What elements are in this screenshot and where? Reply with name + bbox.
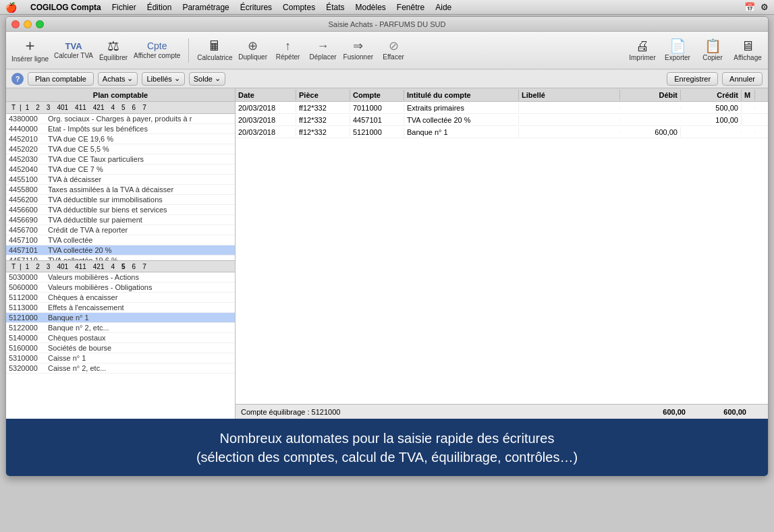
plan-row[interactable]: 4456600TVA déductible sur biens et servi… (6, 205, 235, 215)
menu-parametrage[interactable]: Paramétrage (182, 3, 229, 12)
plan-row[interactable]: 5060000Valeurs mobilières - Obligations (6, 283, 235, 293)
table-row[interactable]: 20/03/2018 ff12*332 5121000 Banque n° 1 … (236, 126, 768, 138)
window-controls (11, 20, 44, 28)
tab-401[interactable]: 401 (54, 104, 71, 111)
tab-bottom-421[interactable]: 421 (90, 263, 107, 270)
plan-row[interactable]: 5140000Chèques postaux (6, 333, 235, 343)
libelles-dropdown[interactable]: Libellés ⌄ (142, 72, 184, 86)
calculatrice-button[interactable]: 🖩 Calculatrice (197, 39, 232, 61)
help-button[interactable]: ? (11, 73, 24, 85)
plan-name: Etat - Impôts sur les bénéfices (48, 125, 148, 133)
enregistrer-button[interactable]: Enregistrer (667, 72, 718, 86)
fusionner-button[interactable]: ⇒ Fusionner (343, 40, 373, 61)
solde-dropdown[interactable]: Solde ⌄ (189, 72, 225, 86)
plan-row[interactable]: 4380000Org. sociaux - Charges à payer, p… (6, 114, 235, 124)
plan-row[interactable]: 4452040TVA due CE 7 % (6, 165, 235, 175)
menu-aide[interactable]: Aide (435, 3, 451, 12)
achats-dropdown[interactable]: Achats ⌄ (98, 72, 138, 86)
menu-fenetre[interactable]: Fenêtre (397, 3, 424, 12)
exporter-button[interactable]: 📄 Exporter (663, 39, 692, 61)
plan-row[interactable]: 5113000Effets à l'encaissement (6, 303, 235, 313)
plan-row[interactable]: 4452020TVA due CE 5,5 % (6, 144, 235, 154)
plan-row[interactable]: 5112000Chèques à encaisser (6, 293, 235, 303)
tab-bottom-1[interactable]: 1 (23, 263, 32, 270)
plan-row[interactable]: 4457110TVA collectée 19,6 % (6, 256, 235, 260)
tab-bottom-7[interactable]: 7 (140, 263, 149, 270)
plan-row[interactable]: 4455800Taxes assimilées à la TVA à décai… (6, 185, 235, 195)
menu-edition[interactable]: Édition (147, 3, 172, 12)
tab-411[interactable]: 411 (72, 104, 89, 111)
plan-row[interactable]: 4455100TVA à décaisser (6, 175, 235, 185)
minimize-button[interactable] (24, 20, 32, 28)
plan-list-top: 4380000Org. sociaux - Charges à payer, p… (6, 114, 235, 260)
tab-bottom-2[interactable]: 2 (33, 263, 43, 270)
plan-row[interactable]: 4452010TVA due CE 19,6 % (6, 134, 235, 144)
menu-fichier[interactable]: Fichier (112, 3, 136, 12)
menu-etats[interactable]: États (326, 3, 344, 12)
plan-row[interactable]: 4452030TVA due CE Taux particuliers (6, 154, 235, 165)
tab-bottom-411[interactable]: 411 (72, 263, 89, 270)
plan-comptable-button[interactable]: Plan comptable (28, 72, 94, 86)
plan-row[interactable]: 5310000Caisse n° 1 (6, 353, 235, 363)
affichage-button[interactable]: 🖥 Affichage (733, 39, 763, 61)
cell-m (742, 119, 755, 121)
plan-row[interactable]: 4456690TVA déductible sur paiement (6, 215, 235, 225)
menu-comptes[interactable]: Comptes (283, 3, 315, 12)
tab-bottom-401[interactable]: 401 (54, 263, 71, 270)
plan-row[interactable]: 5030000Valeurs mobilières - Actions (6, 272, 235, 283)
repeter-icon: ↑ (285, 40, 291, 52)
equilibrer-button[interactable]: ⚖ Équilibrer (99, 39, 128, 61)
calculer-tva-button[interactable]: TVA Calculer TVA (54, 42, 93, 59)
apple-menu[interactable]: 🍎 (5, 2, 17, 13)
menu-ecritures[interactable]: Écritures (240, 3, 272, 12)
settings-icon[interactable]: ⚙ (761, 2, 769, 12)
annuler-button[interactable]: Annuler (722, 72, 763, 86)
plan-row[interactable]: 4440000Etat - Impôts sur les bénéfices (6, 124, 235, 134)
tab-bottom-T[interactable]: T (9, 263, 18, 270)
effacer-button[interactable]: ⊘ Effacer (379, 40, 408, 61)
tab-bottom-6[interactable]: 6 (130, 263, 139, 270)
tab-5[interactable]: 5 (119, 104, 128, 111)
close-button[interactable] (11, 20, 20, 28)
table-row[interactable]: 20/03/2018 ff12*332 7011000 Extraits pri… (236, 102, 768, 114)
header-date: Date (236, 90, 296, 100)
tab-6[interactable]: 6 (130, 104, 139, 111)
plan-row[interactable]: 5320000Caisse n° 2, etc... (6, 363, 235, 374)
tab-bottom-4[interactable]: 4 (108, 263, 117, 270)
copy-icon: 📋 (704, 39, 721, 53)
tab-3[interactable]: 3 (44, 104, 53, 111)
tab-bottom-3[interactable]: 3 (44, 263, 53, 270)
insert-line-button[interactable]: + Insérer ligne (11, 38, 49, 63)
tab-2[interactable]: 2 (33, 104, 43, 111)
plan-row[interactable]: 4457101TVA collectée 20 % (6, 245, 235, 256)
fusionner-label: Fusionner (343, 53, 373, 61)
tab-7[interactable]: 7 (140, 104, 149, 111)
plan-list-bottom: 5030000Valeurs mobilières - Actions50600… (6, 272, 235, 419)
afficher-compte-button[interactable]: Cpte Afficher compte (134, 41, 180, 59)
tab-bottom-5[interactable]: 5 (119, 263, 128, 270)
dropdown-arrow-libelles: ⌄ (174, 74, 180, 83)
repeter-button[interactable]: ↑ Répéter (273, 40, 303, 61)
deplacer-button[interactable]: → Déplacer (308, 40, 338, 61)
plan-row[interactable]: 4456200TVA déductible sur immobilisation… (6, 195, 235, 205)
plan-row[interactable]: 4457100TVA collectée (6, 235, 235, 245)
tab-4[interactable]: 4 (108, 104, 117, 111)
copier-button[interactable]: 📋 Copier (698, 39, 727, 61)
toolbar: + Insérer ligne TVA Calculer TVA ⚖ Équil… (6, 32, 768, 69)
imprimer-button[interactable]: 🖨 Imprimer (628, 39, 657, 61)
table-row[interactable]: 20/03/2018 ff12*332 4457101 TVA collecté… (236, 114, 768, 126)
plan-code: 4452010 (9, 135, 48, 143)
plan-row[interactable]: 5122000Banque n° 2, etc... (6, 323, 235, 333)
maximize-button[interactable] (36, 20, 44, 28)
tab-421[interactable]: 421 (90, 104, 107, 111)
plan-name: TVA due CE Taux particuliers (48, 155, 144, 163)
menu-modeles[interactable]: Modèles (356, 3, 386, 12)
calendar-icon[interactable]: 📅 (744, 2, 755, 12)
tab-T[interactable]: T (9, 104, 18, 111)
plan-row[interactable]: 5160000Sociétés de bourse (6, 343, 235, 353)
dupliquer-button[interactable]: ⊕ Dupliquer (238, 40, 268, 61)
affichage-label: Affichage (734, 54, 762, 61)
plan-row[interactable]: 4456700Crédit de TVA à reporter (6, 225, 235, 235)
tab-1[interactable]: 1 (23, 104, 32, 111)
plan-row[interactable]: 5121000Banque n° 1 (6, 313, 235, 323)
